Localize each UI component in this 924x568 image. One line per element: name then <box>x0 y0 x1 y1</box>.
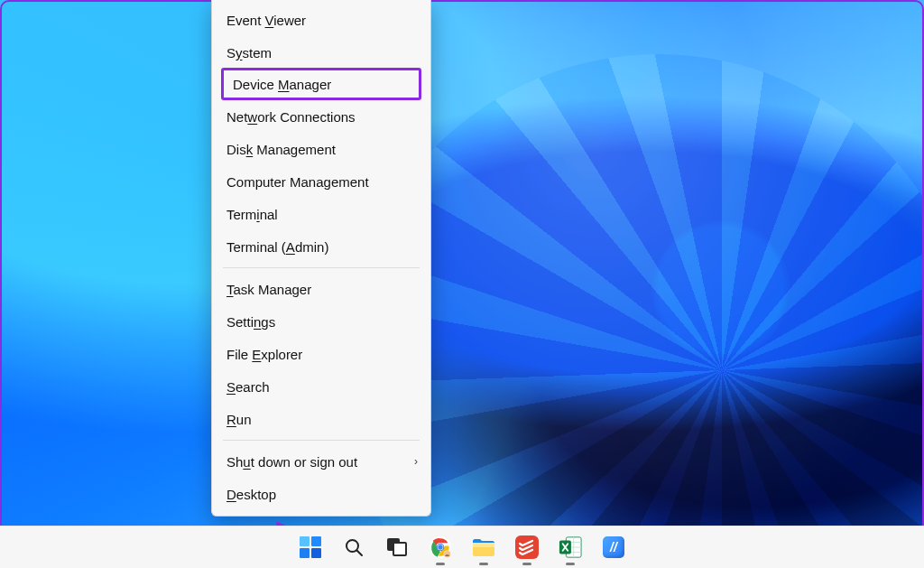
search-icon <box>343 536 365 558</box>
menu-item-label: Task Manager <box>226 282 311 297</box>
menu-item-device-manager[interactable]: Device Manager <box>221 68 421 100</box>
desktop-wallpaper <box>0 0 924 526</box>
menu-item-event-viewer[interactable]: Event Viewer <box>214 4 429 36</box>
menu-item-label: Terminal <box>226 207 278 222</box>
menu-item-terminal[interactable]: Terminal <box>214 198 429 230</box>
todoist-icon <box>515 535 539 559</box>
words-app[interactable]: // <box>595 528 633 566</box>
menu-separator <box>223 267 420 268</box>
task-view-button[interactable] <box>378 528 416 566</box>
menu-item-label: Network Connections <box>226 109 356 125</box>
menu-item-run[interactable]: Run <box>214 403 429 435</box>
menu-item-label: Computer Management <box>226 174 369 190</box>
file-explorer-icon <box>472 536 495 558</box>
todoist-app[interactable] <box>508 528 546 566</box>
task-view-icon-wrap <box>385 535 409 559</box>
start-button[interactable] <box>291 528 329 566</box>
menu-item-label: Device Manager <box>233 77 331 92</box>
menu-item-settings[interactable]: Settings <box>214 305 429 338</box>
chrome-app[interactable] <box>421 528 459 566</box>
taskbar: // <box>0 526 924 568</box>
menu-item-task-manager[interactable]: Task Manager <box>214 273 429 305</box>
search-button[interactable] <box>335 528 373 566</box>
file-explorer-icon-wrap <box>472 535 495 559</box>
menu-item-search[interactable]: Search <box>214 370 429 403</box>
menu-item-desktop[interactable]: Desktop <box>214 478 429 510</box>
words-icon-wrap: // <box>602 535 625 559</box>
svg-line-1 <box>357 551 363 556</box>
windows-start-icon <box>300 536 321 558</box>
winx-context-menu[interactable]: Event ViewerSystemDevice ManagerNetwork … <box>211 0 431 517</box>
menu-separator <box>223 440 420 441</box>
menu-item-label: Shut down or sign out <box>226 454 357 470</box>
search-icon-wrap <box>342 535 365 559</box>
file-explorer-app[interactable] <box>465 528 503 566</box>
excel-app[interactable] <box>551 528 589 566</box>
menu-item-shut-down-or-sign-out[interactable]: Shut down or sign out› <box>214 445 429 478</box>
chevron-right-icon: › <box>414 455 418 468</box>
menu-item-label: System <box>226 45 272 61</box>
menu-item-system[interactable]: System <box>214 36 429 69</box>
menu-item-label: Run <box>226 412 252 427</box>
menu-item-label: Desktop <box>226 487 276 502</box>
menu-item-label: Event Viewer <box>226 13 306 28</box>
start-icon-wrap <box>299 535 322 559</box>
menu-item-network-connections[interactable]: Network Connections <box>214 100 429 133</box>
svg-point-5 <box>438 545 442 549</box>
words-app-icon: // <box>603 536 624 558</box>
menu-item-disk-management[interactable]: Disk Management <box>214 133 429 165</box>
menu-item-file-explorer[interactable]: File Explorer <box>214 338 429 370</box>
menu-item-computer-management[interactable]: Computer Management <box>214 165 429 198</box>
todoist-icon-wrap <box>515 535 539 559</box>
task-view-icon <box>387 538 407 556</box>
chrome-icon-wrap <box>429 535 452 559</box>
svg-point-8 <box>444 551 450 557</box>
menu-item-label: Settings <box>226 314 275 330</box>
menu-item-label: Search <box>226 379 270 395</box>
chrome-icon <box>429 535 452 559</box>
excel-icon-wrap <box>559 535 582 559</box>
svg-rect-10 <box>473 543 494 547</box>
menu-item-label: Disk Management <box>226 142 336 157</box>
menu-item-terminal-admin[interactable]: Terminal (Admin) <box>214 230 429 263</box>
excel-icon <box>559 535 582 559</box>
menu-item-label: File Explorer <box>226 347 302 362</box>
menu-item-label: Terminal (Admin) <box>226 239 328 255</box>
